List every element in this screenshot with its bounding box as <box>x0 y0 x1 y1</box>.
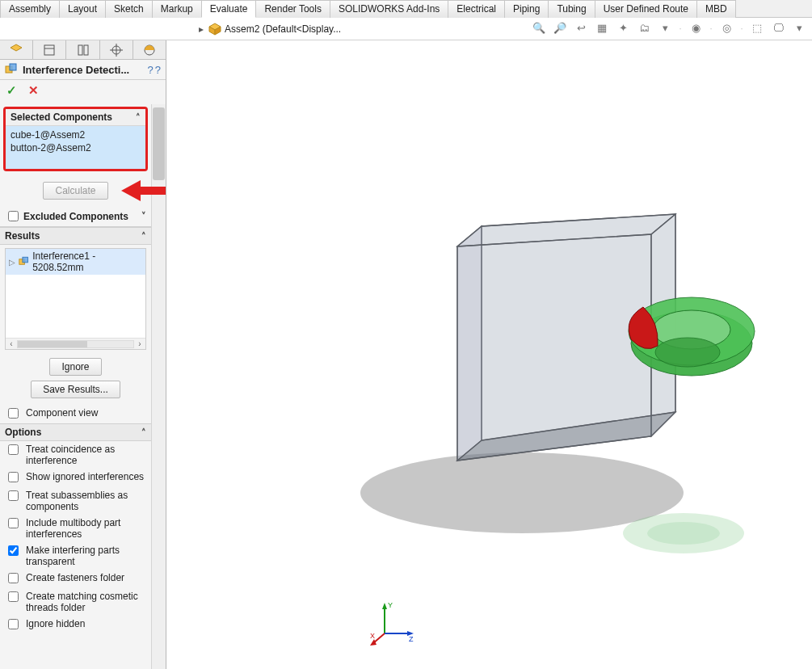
results-label: Results <box>5 230 40 242</box>
svg-rect-7 <box>84 45 88 55</box>
selected-component-item[interactable]: button-2@Assem2 <box>11 141 141 154</box>
render-icon[interactable]: ⬚ <box>749 19 765 36</box>
svg-text:X: X <box>370 632 375 640</box>
expand-icon[interactable]: ▷ <box>9 258 15 267</box>
prev-view-icon[interactable]: ↩ <box>573 19 589 36</box>
option-row[interactable]: Create matching cosmetic threads folder <box>0 588 151 616</box>
selected-components-label: Selected Components <box>11 112 112 123</box>
ignore-button[interactable]: Ignore <box>49 358 101 376</box>
ribbon-tab-layout[interactable]: Layout <box>59 0 106 18</box>
option-row[interactable]: Create fasteners folder <box>0 570 151 588</box>
option-checkbox[interactable] <box>8 545 19 556</box>
chevron-up-icon: ˄ <box>141 231 146 242</box>
view-toolbar: 🔍 🔎 ↩ ▦ ✦ 🗂 ▾ · ◉ · ◎ · ⬚ 🖵 ▾ <box>531 19 807 36</box>
separator-icon: · <box>709 19 713 36</box>
results-list[interactable]: ▷ Interference1 - 5208.52mm ‹ › <box>5 248 146 350</box>
option-label: Show ignored interferences <box>26 471 144 482</box>
svg-marker-15 <box>121 180 141 201</box>
ribbon-tab-user-defined-route[interactable]: User Defined Route <box>595 0 697 18</box>
options-heading[interactable]: Options ˄ <box>0 423 151 441</box>
ribbon-tab-render-tools[interactable]: Render Tools <box>255 0 330 18</box>
graphics-viewport[interactable]: Y X Z <box>166 40 812 669</box>
options-label: Options <box>5 427 41 438</box>
hscroll-thumb[interactable] <box>18 341 87 347</box>
calculate-button[interactable]: Calculate <box>43 182 107 200</box>
option-checkbox[interactable] <box>8 591 19 602</box>
accept-button[interactable]: ✓ <box>6 83 17 98</box>
display-style-icon[interactable]: ✦ <box>615 19 631 36</box>
ribbon-tab-electrical[interactable]: Electrical <box>448 0 505 18</box>
dropdown-icon[interactable]: ▾ <box>657 19 673 36</box>
display-icon[interactable]: 🖵 <box>770 19 786 36</box>
section-view-icon[interactable]: ▦ <box>594 19 610 36</box>
ribbon-tabs: AssemblyLayoutSketchMarkupEvaluateRender… <box>0 0 812 18</box>
option-row[interactable]: Make interfering parts transparent <box>0 542 151 570</box>
dimxpert-tab[interactable] <box>100 40 133 59</box>
feature-tree-tab[interactable] <box>0 40 33 59</box>
hscroll-right-icon[interactable]: › <box>134 339 145 348</box>
document-bar: ▸ Assem2 (Default<Display... 🔍 🔎 ↩ ▦ ✦ 🗂… <box>0 18 812 40</box>
option-checkbox[interactable] <box>8 490 19 501</box>
selected-components-heading[interactable]: Selected Components ˄ <box>6 109 145 126</box>
appearance-icon[interactable]: ◉ <box>688 19 704 36</box>
dropdown-icon[interactable]: ▾ <box>791 19 807 36</box>
assembly-icon <box>208 23 221 36</box>
option-label: Create matching cosmetic threads folder <box>26 591 146 613</box>
option-checkbox[interactable] <box>8 573 19 583</box>
ribbon-tab-markup[interactable]: Markup <box>152 0 202 18</box>
option-row[interactable]: Include multibody part interferences <box>0 515 151 542</box>
excluded-components-checkbox[interactable] <box>8 211 19 221</box>
ribbon-tab-sketch[interactable]: Sketch <box>105 0 153 18</box>
active-document[interactable]: Assem2 (Default<Display... <box>208 23 341 36</box>
component-view-checkbox[interactable] <box>8 408 19 419</box>
orientation-triad[interactable]: Y X Z <box>368 600 417 648</box>
component-view-label: Component view <box>26 407 98 419</box>
hscroll-left-icon[interactable]: ‹ <box>6 339 17 348</box>
svg-point-30 <box>655 338 720 367</box>
help-icon[interactable]: ? <box>148 64 154 76</box>
selected-component-item[interactable]: cube-1@Assem2 <box>11 128 141 141</box>
option-checkbox[interactable] <box>8 444 19 455</box>
option-checkbox[interactable] <box>8 472 19 482</box>
panel-scrollbar-thumb[interactable] <box>153 107 165 180</box>
hide-show-icon[interactable]: 🗂 <box>636 19 652 36</box>
confirm-row: ✓ ✕ <box>0 80 166 104</box>
excluded-components-row[interactable]: Excluded Components ˅ <box>0 206 151 227</box>
doc-name-text: Assem2 (Default<Display... <box>225 23 341 35</box>
svg-rect-6 <box>78 45 82 55</box>
hscroll-track[interactable] <box>17 340 134 348</box>
svg-rect-17 <box>23 257 28 263</box>
ribbon-tab-piping[interactable]: Piping <box>504 0 549 18</box>
option-row[interactable]: Ignore hidden <box>0 616 151 634</box>
ribbon-tab-assembly[interactable]: Assembly <box>0 0 60 18</box>
option-row[interactable]: Show ignored interferences <box>0 469 151 487</box>
component-view-row[interactable]: Component view <box>0 405 151 423</box>
property-manager: Interference Detecti... ? ? ✓ ✕ Selected… <box>0 40 166 669</box>
breadcrumb-arrow-icon[interactable]: ▸ <box>194 23 208 35</box>
scene-icon[interactable]: ◎ <box>718 19 734 36</box>
results-item[interactable]: ▷ Interference1 - 5208.52mm <box>6 249 145 275</box>
ribbon-tab-evaluate[interactable]: Evaluate <box>201 0 257 18</box>
save-results-button[interactable]: Save Results... <box>31 381 120 398</box>
display-manager-tab[interactable] <box>133 40 166 59</box>
ribbon-tab-tubing[interactable]: Tubing <box>548 0 595 18</box>
option-row[interactable]: Treat subassemblies as components <box>0 487 151 515</box>
ribbon-tab-mbd[interactable]: MBD <box>696 0 736 18</box>
config-manager-tab[interactable] <box>66 40 99 59</box>
option-checkbox[interactable] <box>8 619 19 629</box>
pin-icon[interactable]: ? <box>155 64 161 76</box>
option-checkbox[interactable] <box>8 518 19 528</box>
option-label: Treat subassemblies as components <box>26 490 146 512</box>
zoom-area-icon[interactable]: 🔎 <box>552 19 568 36</box>
zoom-fit-icon[interactable]: 🔍 <box>531 19 547 36</box>
results-hscroll[interactable]: ‹ › <box>6 338 145 349</box>
cancel-button[interactable]: ✕ <box>28 83 39 98</box>
property-manager-tab[interactable] <box>33 40 66 59</box>
selected-components-list[interactable]: cube-1@Assem2button-2@Assem2 <box>6 126 145 169</box>
model-view <box>166 40 812 669</box>
panel-scrollbar[interactable] <box>151 104 166 669</box>
option-row[interactable]: Treat coincidence as interference <box>0 441 151 469</box>
ribbon-tab-solidworks-add-ins[interactable]: SOLIDWORKS Add-Ins <box>330 0 448 18</box>
interference-result-icon <box>19 256 29 267</box>
results-heading[interactable]: Results ˄ <box>0 227 151 245</box>
